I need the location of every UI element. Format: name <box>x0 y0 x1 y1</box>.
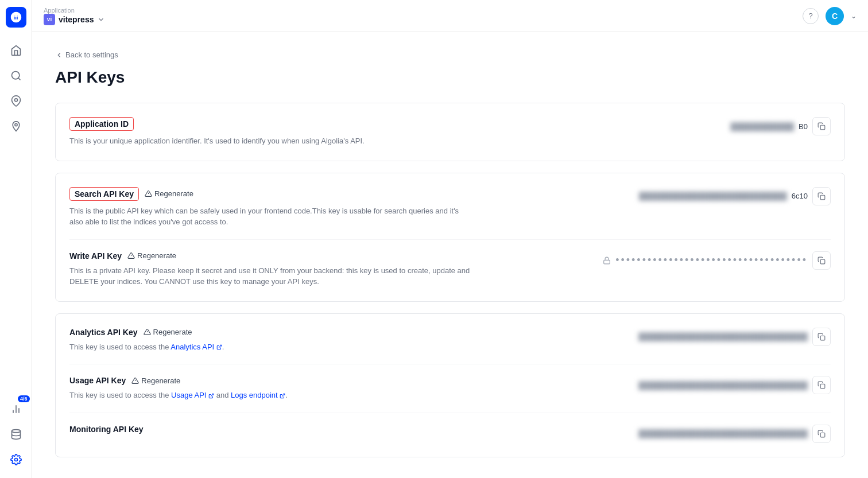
analytics-api-label: Analytics API Key <box>69 328 138 337</box>
app-section: Application vi vitepress <box>44 7 105 25</box>
card-divider <box>69 239 831 240</box>
sidebar-item-pin[interactable] <box>5 90 28 112</box>
svg-point-3 <box>14 99 17 102</box>
monitoring-api-left: Monitoring API Key <box>69 425 144 438</box>
back-link[interactable]: Back to settings <box>55 50 845 59</box>
topbar: Application vi vitepress ? C ⌄ <box>32 0 868 32</box>
sidebar-item-pin2[interactable] <box>5 115 28 138</box>
svg-line-25 <box>282 394 285 397</box>
app-selector[interactable]: vi vitepress <box>44 14 105 25</box>
page-title: API Keys <box>55 68 845 87</box>
application-id-label-box: Application ID <box>69 117 134 131</box>
analytics-api-copy-button[interactable] <box>812 328 831 346</box>
write-api-regen-button[interactable]: Regenerate <box>127 251 176 260</box>
svg-rect-10 <box>820 125 825 130</box>
search-api-regen-button[interactable]: Regenerate <box>145 189 193 198</box>
avatar[interactable]: C <box>826 7 844 25</box>
copy-icon <box>817 381 826 389</box>
analytics-api-regen-button[interactable]: Regenerate <box>144 328 192 336</box>
usage-badge: 4/6 <box>18 395 30 402</box>
search-api-value-suffix: 6c10 <box>792 192 808 200</box>
svg-point-9 <box>14 458 17 461</box>
user-chevron-icon[interactable]: ⌄ <box>851 12 857 20</box>
svg-rect-27 <box>820 433 825 437</box>
logo[interactable] <box>6 7 26 28</box>
search-api-value-blurred: ████████████████████████████ <box>639 192 787 200</box>
usage-api-value-blurred: ████████████████████████████████ <box>638 381 808 390</box>
monitoring-api-label-row: Monitoring API Key <box>69 425 144 434</box>
svg-line-20 <box>219 345 222 348</box>
svg-line-24 <box>211 394 214 397</box>
monitoring-api-copy-button[interactable] <box>812 425 831 443</box>
write-api-value-dots: •••••••••••••••••••••••••••••••••••• <box>615 254 808 266</box>
monitoring-api-value-area: ████████████████████████████████ <box>638 425 831 443</box>
sidebar-item-usage[interactable]: 4/6 <box>5 398 28 421</box>
sidebar-item-database[interactable] <box>5 423 28 446</box>
analytics-desc-prefix: This key is used to access the <box>69 343 170 351</box>
search-api-label-row: Search API Key Regenerate <box>69 187 471 201</box>
search-api-left: Search API Key Regenerate This is the pu… <box>69 187 471 228</box>
svg-rect-17 <box>820 259 825 264</box>
copy-icon <box>817 333 826 341</box>
svg-point-4 <box>14 123 17 126</box>
sidebar-item-settings[interactable] <box>5 448 28 471</box>
warning-icon <box>144 328 151 336</box>
usage-api-label: Usage API Key <box>69 376 126 385</box>
external-link-icon <box>280 393 285 399</box>
back-link-label: Back to settings <box>65 50 118 59</box>
content-area: Back to settings API Keys Application ID… <box>32 32 868 478</box>
write-api-copy-button[interactable] <box>812 251 831 270</box>
search-api-copy-button[interactable] <box>812 187 831 205</box>
analytics-usage-card: Analytics API Key Regenerate This key is… <box>55 313 845 457</box>
application-id-label-row: Application ID <box>69 117 365 131</box>
analytics-api-label-row: Analytics API Key Regenerate <box>69 328 224 337</box>
topbar-right: ? C ⌄ <box>803 7 857 25</box>
card-divider <box>69 413 831 413</box>
usage-api-regen-button[interactable]: Regenerate <box>131 376 180 385</box>
sidebar-item-home[interactable] <box>5 39 28 62</box>
warning-icon <box>127 252 135 259</box>
monitoring-api-value-blurred: ████████████████████████████████ <box>638 429 808 438</box>
usage-api-value-area: ████████████████████████████████ <box>638 376 831 394</box>
usage-api-link[interactable]: Usage API <box>171 391 214 399</box>
search-api-regen-label: Regenerate <box>154 189 193 198</box>
write-api-label: Write API Key <box>69 251 122 261</box>
main-wrapper: Application vi vitepress ? C ⌄ Back to s… <box>32 0 868 478</box>
application-id-value-area: ████████████ B0 <box>731 117 831 135</box>
logs-endpoint-link[interactable]: Logs endpoint <box>231 391 285 399</box>
svg-rect-26 <box>820 384 825 388</box>
search-api-value-area: ████████████████████████████ 6c10 <box>639 187 831 205</box>
write-api-regen-label: Regenerate <box>137 251 176 260</box>
external-link-icon <box>208 393 214 399</box>
svg-point-1 <box>11 72 19 79</box>
app-name: vitepress <box>59 15 94 24</box>
copy-icon <box>817 430 826 438</box>
warning-icon <box>145 190 152 197</box>
application-id-left: Application ID This is your unique appli… <box>69 117 365 147</box>
monitoring-api-label: Monitoring API Key <box>69 425 144 434</box>
write-api-desc: This is a private API key. Please keep i… <box>69 265 471 287</box>
analytics-api-regen-label: Regenerate <box>153 328 192 336</box>
app-label: Application <box>44 7 105 14</box>
card-divider <box>69 364 831 364</box>
write-api-left: Write API Key Regenerate This is a priva… <box>69 251 471 287</box>
copy-icon <box>817 122 826 130</box>
analytics-api-left: Analytics API Key Regenerate This key is… <box>69 328 224 353</box>
svg-rect-16 <box>604 260 610 263</box>
usage-api-desc: This key is used to access the Usage API… <box>69 390 288 401</box>
search-write-card: Search API Key Regenerate This is the pu… <box>55 173 845 302</box>
usage-api-copy-button[interactable] <box>812 376 831 394</box>
application-id-card: Application ID This is your unique appli… <box>55 103 845 161</box>
analytics-api-link[interactable]: Analytics API <box>170 343 222 351</box>
lock-icon <box>603 257 611 265</box>
chevron-down-icon <box>97 15 105 24</box>
warning-icon <box>131 377 139 384</box>
search-api-label-box: Search API Key <box>69 187 139 201</box>
svg-point-8 <box>11 430 20 433</box>
help-icon[interactable]: ? <box>803 8 819 24</box>
sidebar-item-search[interactable] <box>5 64 28 87</box>
copy-icon <box>817 192 826 200</box>
application-id-value-suffix: B0 <box>799 122 808 131</box>
svg-line-2 <box>18 78 20 80</box>
application-id-copy-button[interactable] <box>812 117 831 135</box>
